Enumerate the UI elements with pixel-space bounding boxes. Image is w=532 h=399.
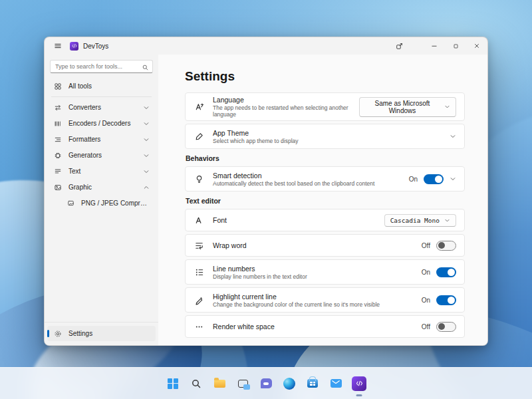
setting-subtitle: Automatically detect the best tool based… xyxy=(213,180,374,187)
sidebar-item-png-jpeg-compressor[interactable]: PNG / JPEG Compressor xyxy=(47,196,156,210)
encoders-decoders-icon xyxy=(53,120,63,128)
chevron-down-icon xyxy=(143,136,150,143)
setting-text: Language The app needs to be restarted w… xyxy=(213,96,359,118)
setting-text: Line numbers Display line numbers in the… xyxy=(213,265,307,280)
chat-bubble-icon xyxy=(261,378,272,388)
chevron-down-icon xyxy=(143,104,150,111)
sidebar: All tools Converters Encode xyxy=(45,55,158,346)
sidebar-footer: Settings xyxy=(45,322,158,346)
taskbar-search-button[interactable] xyxy=(188,375,205,392)
setting-card-smart-detection[interactable]: Smart detection Automatically detect the… xyxy=(185,166,465,192)
sidebar-item-label: Graphic xyxy=(68,184,143,191)
task-view-button[interactable] xyxy=(234,375,251,392)
setting-title: App Theme xyxy=(213,129,299,137)
section-text-editor: Text editor xyxy=(186,197,464,205)
generators-icon xyxy=(53,152,63,160)
language-dropdown[interactable]: Same as Microsoft Windows xyxy=(359,97,456,117)
setting-card-app-theme[interactable]: App Theme Select which app theme to disp… xyxy=(185,124,465,149)
maximize-icon xyxy=(453,43,459,49)
smart-detection-toggle[interactable] xyxy=(424,174,444,184)
dropdown-value: Same as Microsoft Windows xyxy=(365,100,440,114)
chevron-up-icon xyxy=(143,184,150,191)
sidebar-item-label: Generators xyxy=(68,152,143,159)
minimize-button[interactable] xyxy=(424,37,445,55)
setting-text: Render white space xyxy=(213,323,275,331)
setting-title: Font xyxy=(213,216,227,224)
mail-button[interactable] xyxy=(327,375,344,392)
font-dropdown[interactable]: Cascadia Mono xyxy=(384,214,456,227)
setting-title: Render white space xyxy=(213,323,275,331)
render-white-space-toggle[interactable] xyxy=(436,322,456,332)
windows-logo-icon xyxy=(168,378,178,389)
devtoys-app-icon xyxy=(352,376,366,391)
open-in-new-window-icon xyxy=(396,43,403,50)
store-button[interactable] xyxy=(304,375,321,392)
window-body: All tools Converters Encode xyxy=(45,55,487,346)
line-numbers-toggle[interactable] xyxy=(436,267,456,277)
chevron-down-icon xyxy=(444,104,450,110)
chat-button[interactable] xyxy=(257,375,275,392)
chevron-down-icon xyxy=(444,217,450,223)
devtoys-window: DevToys xyxy=(44,37,488,346)
setting-title: Line numbers xyxy=(213,265,307,273)
setting-text: Wrap word xyxy=(213,241,247,249)
settings-page: Settings Language The app needs to be re… xyxy=(158,55,487,346)
store-bag-icon xyxy=(307,379,318,388)
converters-icon xyxy=(53,104,63,112)
sidebar-item-settings[interactable]: Settings xyxy=(47,326,156,341)
sidebar-item-label: Settings xyxy=(68,330,150,337)
edge-button[interactable] xyxy=(281,375,298,392)
lightbulb-icon xyxy=(194,174,204,184)
sidebar-divider xyxy=(51,96,152,97)
png-jpeg-compressor-icon xyxy=(66,200,75,207)
maximize-button[interactable] xyxy=(445,37,466,55)
close-button[interactable] xyxy=(466,37,487,55)
sidebar-item-converters[interactable]: Converters xyxy=(47,100,156,115)
setting-card-font: Font Cascadia Mono xyxy=(185,209,465,231)
file-explorer-button[interactable] xyxy=(211,375,228,392)
devtoys-taskbar-button[interactable] xyxy=(350,375,368,392)
toggle-knob xyxy=(438,242,445,249)
sidebar-item-label: PNG / JPEG Compressor xyxy=(81,200,150,207)
toggle-state-label: Off xyxy=(422,242,430,249)
setting-subtitle: The app needs to be restarted when selec… xyxy=(213,104,359,118)
sidebar-item-all-tools[interactable]: All tools xyxy=(47,78,156,94)
sidebar-item-encoders-decoders[interactable]: Encoders / Decoders xyxy=(47,116,156,131)
toggle-knob xyxy=(435,176,442,183)
chevron-down-icon xyxy=(143,152,150,159)
search-input[interactable] xyxy=(50,60,153,73)
close-icon xyxy=(473,43,480,49)
titlebar[interactable]: DevToys xyxy=(45,37,487,55)
sidebar-item-text[interactable]: Text xyxy=(47,164,156,179)
mail-envelope-icon xyxy=(331,379,342,388)
wrap-word-toggle[interactable] xyxy=(436,241,456,251)
gear-icon xyxy=(53,330,63,338)
search-icon xyxy=(191,378,201,389)
setting-card-language: Language The app needs to be restarted w… xyxy=(185,92,465,121)
sidebar-item-formatters[interactable]: Formatters xyxy=(47,132,156,147)
edge-browser-icon xyxy=(283,378,295,390)
text-icon xyxy=(53,168,63,176)
setting-subtitle: Change the background color of the curre… xyxy=(213,301,380,308)
setting-title: Smart detection xyxy=(213,172,374,180)
minimize-icon xyxy=(431,43,438,49)
sidebar-item-label: All tools xyxy=(68,82,150,90)
setting-title: Highlight current line xyxy=(213,293,380,301)
sidebar-item-label: Converters xyxy=(68,104,143,111)
theme-brush-icon xyxy=(194,131,204,142)
folder-icon xyxy=(214,380,225,388)
hamburger-icon xyxy=(54,42,62,50)
window-title: DevToys xyxy=(83,43,108,50)
line-numbers-icon xyxy=(194,267,204,277)
highlight-current-line-toggle[interactable] xyxy=(436,295,456,305)
setting-subtitle: Select which app theme to display xyxy=(213,138,299,144)
all-tools-icon xyxy=(53,82,63,90)
running-indicator xyxy=(356,394,362,396)
hamburger-menu-button[interactable] xyxy=(49,39,67,53)
open-in-new-window-button[interactable] xyxy=(390,37,408,55)
start-button[interactable] xyxy=(164,375,182,392)
formatters-icon xyxy=(53,136,63,144)
sidebar-item-generators[interactable]: Generators xyxy=(47,148,156,163)
white-space-icon xyxy=(194,321,204,332)
sidebar-item-graphic[interactable]: Graphic xyxy=(47,180,156,195)
